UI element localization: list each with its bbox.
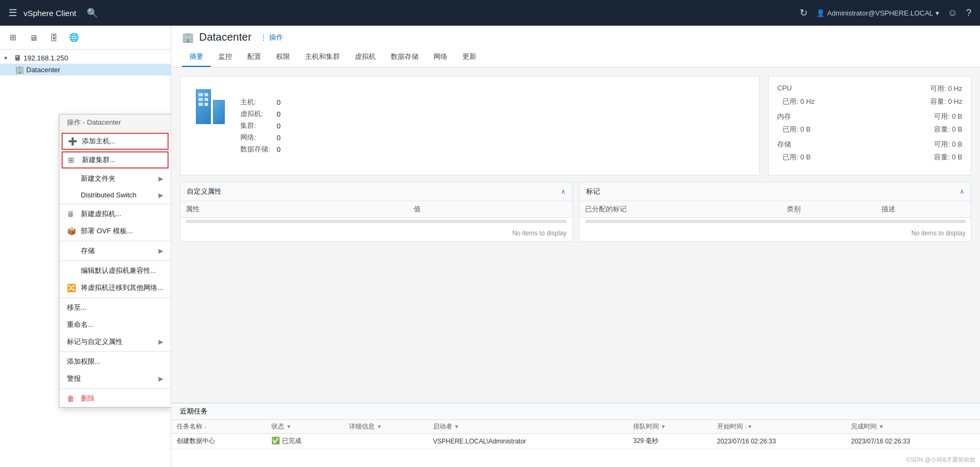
ctx-move-vm[interactable]: 🔀 将虚拟机迁移到其他网络... — [59, 279, 171, 296]
tasks-col-start[interactable]: 开始时间 ↓▼ — [712, 420, 846, 434]
refresh-icon[interactable]: ↻ — [800, 7, 808, 19]
tab-summary[interactable]: 摘要 — [182, 48, 211, 67]
custom-attrs-chevron[interactable]: ∧ — [561, 188, 566, 195]
cpu-used-label: 已用: 0 Hz — [783, 97, 815, 106]
ctx-rename[interactable]: 重命名... — [59, 316, 171, 333]
tab-update[interactable]: 更新 — [455, 48, 484, 67]
ctx-new-vm-label: 新建虚拟机... — [81, 209, 121, 219]
new-cluster-icon: ⊞ — [68, 156, 78, 164]
stat-hosts: 主机: 0 — [240, 97, 280, 107]
summary-stats-panel: 主机: 0 虚拟机: 0 集群: 0 网络: 0 — [180, 76, 759, 175]
tab-monitor[interactable]: 监控 — [211, 48, 240, 67]
content-area: 🏢 Datacenter ⋮ 操作 摘要 监控 配置 权限 主机和集群 虚拟机 … — [171, 26, 980, 467]
stat-hosts-label: 主机: — [240, 97, 272, 107]
sidebar-view-btn-2[interactable]: 🖥 — [26, 30, 41, 45]
cpu-available: 可用: 0 Hz — [930, 84, 962, 94]
tree-item-vcenter[interactable]: ▾ 🖥 192.168.1.250 — [0, 52, 171, 64]
task-status: ✅ 已完成 — [266, 434, 344, 449]
tasks-col-status[interactable]: 状态 ▼ — [266, 420, 344, 434]
ctx-add-host[interactable]: ➕ 添加主机... — [62, 133, 169, 150]
tasks-col-queue-sort: ▼ — [660, 424, 666, 430]
custom-attrs-no-items: No items to display — [180, 225, 572, 241]
tasks-col-start-sort: ↓▼ — [745, 424, 753, 430]
help-icon[interactable]: ? — [966, 7, 971, 19]
tasks-header: 近期任务 — [171, 403, 980, 420]
stat-clusters: 集群: 0 — [240, 121, 280, 131]
cpu-label: CPU — [777, 84, 792, 94]
tab-vms[interactable]: 虚拟机 — [347, 48, 383, 67]
tags-card: 标记 ∧ 已分配的标记 类别 描述 — [579, 182, 972, 242]
tasks-col-queue[interactable]: 排队时间 ▼ — [628, 420, 712, 434]
topbar-right: ↻ 👤 Administrator@VSPHERE.LOCAL ▾ ☺ ? — [800, 7, 971, 19]
cpu-row: CPU 可用: 0 Hz — [777, 84, 962, 94]
ctx-storage-label: 存储 — [81, 246, 95, 256]
deploy-ovf-icon: 📦 — [67, 227, 77, 235]
tasks-col-initiator-sort: ▼ — [454, 424, 459, 430]
col-tag: 已分配的标记 — [580, 201, 781, 218]
tree-item-datacenter[interactable]: 🏢 Datacenter — [0, 64, 171, 75]
sidebar: ⊞ 🖥 🗄 🌐 ▾ 🖥 192.168.1.250 🏢 Datacenter 操… — [0, 26, 171, 467]
ctx-tags-label: 标记与自定义属性 — [67, 337, 123, 347]
ctx-new-cluster[interactable]: ⊞ 新建集群... — [62, 151, 169, 169]
tasks-col-name[interactable]: 任务名称 ↓ — [171, 420, 266, 434]
ctx-storage[interactable]: 存储 ▶ — [59, 242, 171, 259]
memory-section: 内存 可用: 0 B 已用: 0 B 容量: 0 B — [777, 112, 962, 134]
page-actions-button[interactable]: ⋮ 操作 — [257, 32, 286, 43]
search-icon[interactable]: 🔍 — [87, 7, 98, 19]
tasks-col-name-sort: ↓ — [204, 424, 207, 430]
cards-row: 自定义属性 ∧ 属性 值 No items to display — [180, 182, 971, 242]
ctx-move-to[interactable]: 移至... — [59, 299, 171, 316]
ctx-new-folder[interactable]: 新建文件夹 ▶ — [59, 170, 171, 187]
ctx-move-to-label: 移至... — [67, 303, 87, 312]
task-name: 创建数据中心 — [171, 434, 266, 449]
ctx-alerts[interactable]: 警报 ▶ — [59, 370, 171, 387]
tasks-panel: 近期任务 任务名称 ↓ 状态 ▼ — [171, 403, 980, 467]
page-header: 🏢 Datacenter ⋮ 操作 摘要 监控 配置 权限 主机和集群 虚拟机 … — [171, 26, 980, 67]
tab-permissions[interactable]: 权限 — [269, 48, 298, 67]
ctx-distributed-switch[interactable]: Distributed Switch ▶ — [59, 187, 171, 203]
delete-icon: 🗑 — [67, 394, 77, 403]
tab-datastores[interactable]: 数据存储 — [383, 48, 426, 67]
dc-window — [199, 103, 203, 106]
dc-building-short — [213, 100, 225, 124]
tasks-col-end-sort: ▼ — [879, 424, 884, 430]
ctx-deploy-ovf[interactable]: 📦 部署 OVF 模板... — [59, 223, 171, 240]
ctx-new-vm[interactable]: 🖥 新建虚拟机... — [59, 205, 171, 223]
datacenter-label: Datacenter — [26, 66, 60, 74]
smiley-icon[interactable]: ☺ — [948, 7, 958, 19]
actions-label: 操作 — [269, 33, 283, 42]
storage-used-label: 已用: 0 B — [783, 152, 811, 162]
stat-clusters-value: 0 — [277, 122, 280, 130]
sidebar-view-btn-1[interactable]: ⊞ — [5, 30, 20, 45]
memory-used-row: 已用: 0 B 容量: 0 B — [777, 125, 962, 134]
task-initiator: VSPHERE.LOCAL\Administrator — [428, 434, 628, 449]
ctx-divider-6 — [59, 388, 171, 389]
tags-arrow: ▶ — [158, 338, 163, 346]
tasks-col-initiator[interactable]: 启动者 ▼ — [428, 420, 628, 434]
alerts-arrow: ▶ — [158, 375, 163, 382]
tags-chevron[interactable]: ∧ — [960, 188, 964, 195]
custom-attrs-scrollbar[interactable] — [186, 220, 567, 223]
tab-config[interactable]: 配置 — [240, 48, 269, 67]
hamburger-icon[interactable]: ☰ — [9, 7, 17, 19]
sidebar-view-btn-4[interactable]: 🌐 — [66, 30, 81, 45]
user-menu[interactable]: 👤 Administrator@VSPHERE.LOCAL ▾ — [816, 9, 939, 17]
summary-top: 主机: 0 虚拟机: 0 集群: 0 网络: 0 — [180, 76, 971, 175]
tags-scrollbar[interactable] — [585, 220, 966, 223]
ctx-edit-compat[interactable]: 编辑默认虚拟机兼容性... — [59, 262, 171, 279]
memory-row: 内存 可用: 0 B — [777, 112, 962, 121]
ctx-delete[interactable]: 🗑 删除 — [59, 390, 171, 407]
task-status-text: 已完成 — [282, 437, 301, 445]
tasks-col-end[interactable]: 完成时间 ▼ — [846, 420, 980, 434]
add-host-icon: ➕ — [68, 137, 78, 146]
task-start-time: 2023/07/16 02:26:33 — [712, 434, 846, 449]
ctx-tags[interactable]: 标记与自定义属性 ▶ — [59, 333, 171, 350]
tasks-col-details[interactable]: 详细信息 ▼ — [344, 420, 428, 434]
datacenter-image — [189, 85, 232, 128]
tab-hosts-clusters[interactable]: 主机和集群 — [298, 48, 347, 67]
ctx-add-perm[interactable]: 添加权限... — [59, 353, 171, 370]
ctx-deploy-ovf-label: 部署 OVF 模板... — [81, 226, 133, 236]
sidebar-view-btn-3[interactable]: 🗄 — [46, 30, 61, 45]
tab-network[interactable]: 网络 — [426, 48, 455, 67]
tasks-table: 任务名称 ↓ 状态 ▼ 详细信息 ▼ — [171, 420, 980, 467]
